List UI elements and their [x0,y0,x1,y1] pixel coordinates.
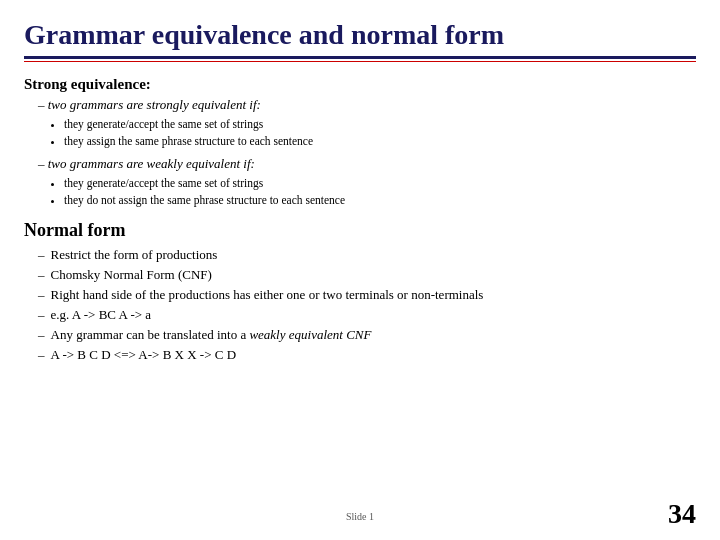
nf-text: Right hand side of the productions has e… [51,285,697,305]
normal-form-section: Normal form – Restrict the form of produ… [24,220,696,366]
italic-text: weakly equivalent CNF [249,327,371,342]
slide: Grammar equivalence and normal form Stro… [0,0,720,540]
nf-item-3: – e.g. A -> BC A -> a [38,305,696,325]
nf-dash: – [38,305,45,325]
nf-text: Chomsky Normal Form (CNF) [51,265,697,285]
strong-bullets: they generate/accept the same set of str… [64,116,696,151]
nf-dash: – [38,285,45,305]
nf-item-2: – Right hand side of the productions has… [38,285,696,305]
strong-sub-heading: – two grammars are strongly equivalent i… [38,97,696,113]
nf-dash: – [38,345,45,365]
weak-sub-heading: – two grammars are weakly equivalent if: [38,156,696,172]
divider-top [24,56,696,59]
nf-text: Any grammar can be translated into a wea… [51,325,697,345]
weak-bullets: they generate/accept the same set of str… [64,175,696,210]
slide-title: Grammar equivalence and normal form [24,18,696,52]
slide-label: Slide 1 [346,511,374,522]
divider-bottom [24,61,696,62]
slide-number: 34 [668,498,696,530]
normal-form-heading: Normal form [24,220,696,241]
nf-text: Restrict the form of productions [51,245,697,265]
strong-equiv-heading: Strong equivalence: [24,76,696,93]
list-item: they assign the same phrase structure to… [64,133,696,150]
nf-item-5: – A -> B C D <=> A-> B X X -> C D [38,345,696,365]
nf-dash: – [38,325,45,345]
list-item: they do not assign the same phrase struc… [64,192,696,209]
nf-dash: – [38,265,45,285]
nf-text: e.g. A -> BC A -> a [51,305,697,325]
nf-item-4: – Any grammar can be translated into a w… [38,325,696,345]
list-item: they generate/accept the same set of str… [64,116,696,133]
nf-item-1: – Chomsky Normal Form (CNF) [38,265,696,285]
nf-dash: – [38,245,45,265]
list-item: they generate/accept the same set of str… [64,175,696,192]
nf-item-0: – Restrict the form of productions [38,245,696,265]
nf-text: A -> B C D <=> A-> B X X -> C D [51,345,697,365]
strong-equivalence-block: Strong equivalence: – two grammars are s… [24,76,696,210]
